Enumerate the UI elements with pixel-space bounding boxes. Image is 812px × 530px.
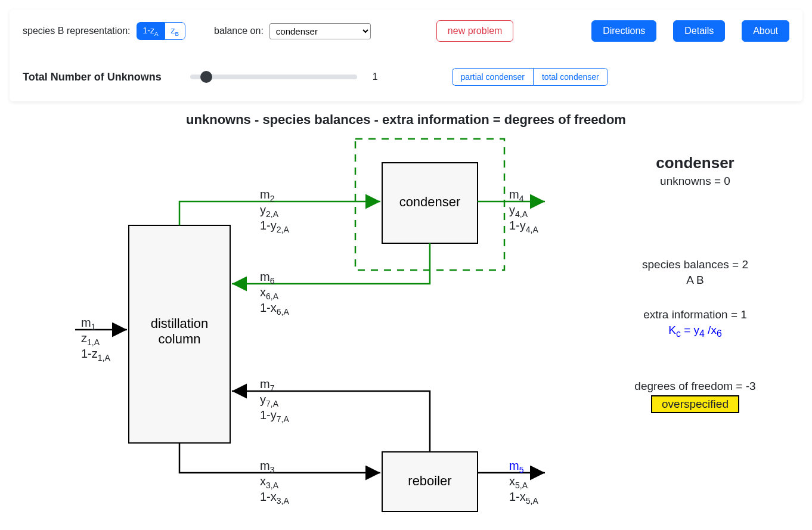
condenser-label: condenser: [399, 194, 461, 209]
dof-extra-eq: Kc = y4 /x6: [606, 324, 785, 339]
stream-1-label: m1 z1,A 1-z1,A: [81, 316, 110, 362]
balance-on-label: balance on:: [214, 26, 264, 36]
condenser-type-toggle[interactable]: partial condenser total condenser: [452, 68, 608, 86]
balance-on-select[interactable]: condenser: [269, 23, 371, 39]
details-button[interactable]: Details: [673, 20, 725, 42]
stream-6-label: m6 x6,A 1-x6,A: [260, 270, 289, 317]
dof-title: condenser: [606, 154, 785, 172]
stream-2-label: m2 y2,A 1-y2,A: [260, 188, 289, 234]
partial-condenser-button[interactable]: partial condenser: [452, 68, 533, 86]
dof-extra-info: extra information = 1: [606, 308, 785, 321]
dof-species-list: A B: [606, 274, 785, 287]
reboiler-label: reboiler: [408, 473, 451, 488]
dof-species-balances: species balances = 2: [606, 258, 785, 271]
directions-button[interactable]: Directions: [591, 20, 656, 42]
unknowns-value: 1: [373, 72, 378, 82]
unknowns-slider[interactable]: [190, 75, 357, 79]
new-problem-button[interactable]: new problem: [436, 20, 514, 42]
species-b-opt-1minusz[interactable]: 1-zA: [137, 22, 165, 41]
dof-result: degrees of freedom = -3: [606, 380, 785, 393]
unknowns-label: Total Number of Unknowns: [23, 71, 162, 83]
dof-panel: condenser unknowns = 0 species balances …: [606, 154, 785, 416]
about-button[interactable]: About: [742, 20, 789, 42]
control-panel: species B representation: 1-zA zB balanc…: [10, 10, 802, 101]
overspecified-badge: overspecified: [651, 395, 739, 413]
species-b-opt-zb[interactable]: zB: [165, 22, 186, 41]
stream-3-label: m3 x3,A 1-x3,A: [260, 459, 289, 506]
stream-7-label: m7 y7,A 1-y7,A: [260, 377, 289, 424]
distillation-column-label: distillationcolumn: [151, 316, 209, 346]
total-condenser-button[interactable]: total condenser: [533, 68, 608, 86]
diagram-area: distillationcolumn condenser reboiler m1…: [10, 130, 802, 523]
stream-4-label: m4 y4,A 1-y4,A: [509, 188, 538, 234]
stream-5-label: m5 x5,A 1-x5,A: [509, 459, 538, 506]
species-b-toggle[interactable]: 1-zA zB: [137, 22, 186, 41]
dof-unknowns: unknowns = 0: [606, 175, 785, 188]
species-b-label: species B representation:: [23, 26, 131, 36]
equation-header: unknowns - species balances - extra info…: [10, 112, 802, 128]
